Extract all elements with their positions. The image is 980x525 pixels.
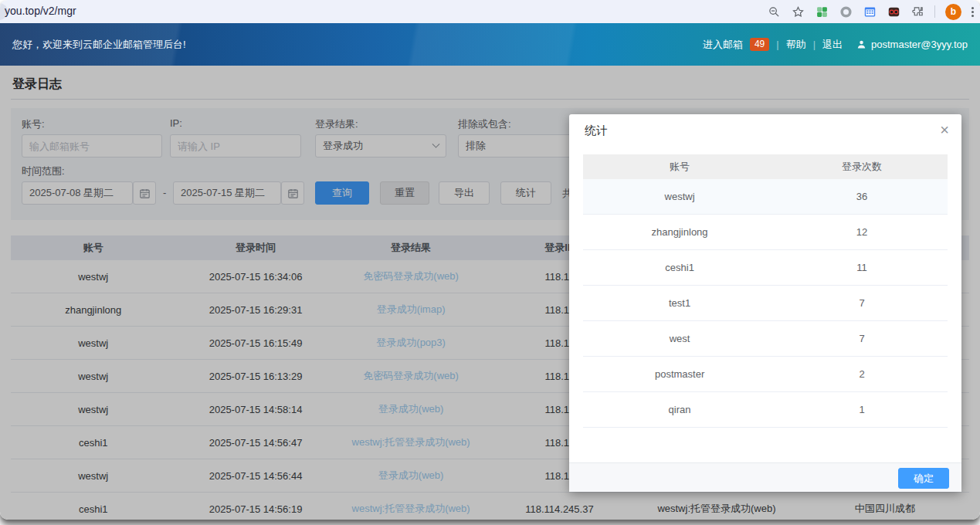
table-cell: zhangjinlong bbox=[583, 226, 776, 238]
table-cell: 2 bbox=[776, 368, 948, 380]
welcome-text: 您好，欢迎来到云邮企业邮箱管理后台! bbox=[12, 38, 186, 52]
table-cell: qiran bbox=[583, 404, 776, 415]
zoom-icon[interactable] bbox=[767, 5, 781, 19]
account-area[interactable]: postmaster@3yyy.top bbox=[856, 39, 968, 50]
bookmark-star-icon[interactable] bbox=[791, 5, 805, 19]
statistics-table: 账号登录次数 westwj36zhangjinlong12ceshi111tes… bbox=[583, 154, 948, 428]
close-icon[interactable]: × bbox=[940, 120, 949, 139]
modal-footer: 确定 bbox=[569, 462, 961, 492]
profile-avatar[interactable]: b bbox=[945, 4, 961, 20]
table-row: westwj36 bbox=[583, 179, 948, 215]
table-cell: 7 bbox=[776, 297, 948, 309]
browser-address-bar: you.top/v2/mgr bbox=[0, 0, 980, 23]
browser-window: you.top/v2/mgr bbox=[0, 0, 980, 520]
user-icon bbox=[856, 39, 867, 50]
confirm-button[interactable]: 确定 bbox=[898, 468, 949, 489]
statistics-modal: 统计 × 账号登录次数 westwj36zhangjinlong12ceshi1… bbox=[569, 114, 961, 492]
modal-header: 统计 × bbox=[569, 114, 961, 148]
extension-calendar-icon[interactable] bbox=[863, 5, 877, 19]
header-separator: | bbox=[813, 39, 816, 50]
account-email: postmaster@3yyy.top bbox=[871, 39, 968, 50]
extension-ring-icon[interactable] bbox=[839, 5, 853, 19]
table-cell: west bbox=[583, 333, 776, 344]
enter-mailbox-link[interactable]: 进入邮箱 bbox=[703, 38, 743, 52]
table-row: west7 bbox=[583, 321, 948, 357]
table-cell: test1 bbox=[583, 297, 776, 309]
table-cell: 7 bbox=[776, 333, 948, 344]
table-cell: 36 bbox=[776, 191, 948, 202]
table-cell: 12 bbox=[776, 226, 948, 238]
header-separator: | bbox=[776, 39, 778, 50]
table-cell: postmaster bbox=[583, 368, 776, 380]
statistics-table-body: westwj36zhangjinlong12ceshi111test17west… bbox=[583, 179, 948, 428]
table-cell: 11 bbox=[776, 262, 948, 273]
extension-glasses-icon[interactable] bbox=[887, 5, 900, 19]
table-row: ceshi111 bbox=[583, 250, 948, 286]
toolbar-separator bbox=[934, 5, 935, 18]
logout-link[interactable]: 退出 bbox=[822, 38, 843, 52]
admin-header: 您好，欢迎来到云邮企业邮箱管理后台! 进入邮箱 49 | 帮助 | 退出 pos… bbox=[0, 23, 980, 66]
mailbox-count-badge: 49 bbox=[750, 38, 769, 51]
column-header: 账号 bbox=[583, 160, 776, 174]
table-cell: ceshi1 bbox=[583, 262, 776, 273]
table-cell: 1 bbox=[776, 404, 948, 415]
browser-menu-icon[interactable] bbox=[972, 7, 974, 17]
url-text[interactable]: you.top/v2/mgr bbox=[5, 5, 76, 17]
statistics-table-header: 账号登录次数 bbox=[583, 154, 948, 179]
extension-green-grid-icon[interactable] bbox=[815, 5, 829, 19]
extensions-puzzle-icon[interactable] bbox=[910, 5, 924, 19]
table-row: zhangjinlong12 bbox=[583, 215, 948, 250]
table-row: qiran1 bbox=[583, 392, 948, 428]
table-row: test17 bbox=[583, 286, 948, 321]
table-row: postmaster2 bbox=[583, 357, 948, 392]
modal-title: 统计 bbox=[585, 124, 608, 138]
help-link[interactable]: 帮助 bbox=[786, 38, 806, 52]
column-header: 登录次数 bbox=[776, 160, 948, 174]
table-cell: westwj bbox=[583, 191, 776, 202]
